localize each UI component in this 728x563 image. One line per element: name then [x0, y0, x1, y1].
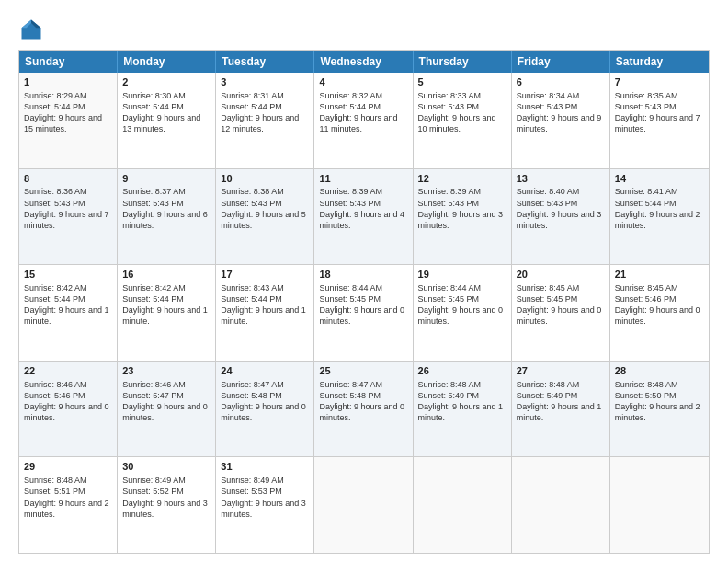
day-number: 20: [517, 268, 605, 282]
calendar-row-3: 15Sunrise: 8:42 AM Sunset: 5:44 PM Dayli…: [19, 265, 709, 362]
calendar-cell: 12Sunrise: 8:39 AM Sunset: 5:43 PM Dayli…: [414, 169, 512, 265]
cell-info: Sunrise: 8:42 AM Sunset: 5:44 PM Dayligh…: [122, 282, 210, 327]
calendar-cell: 5Sunrise: 8:33 AM Sunset: 5:43 PM Daylig…: [414, 73, 512, 168]
calendar-cell: 22Sunrise: 8:46 AM Sunset: 5:46 PM Dayli…: [19, 362, 118, 457]
calendar-cell: 21Sunrise: 8:45 AM Sunset: 5:46 PM Dayli…: [610, 265, 709, 361]
calendar-cell: 2Sunrise: 8:30 AM Sunset: 5:44 PM Daylig…: [118, 73, 216, 168]
day-number: 28: [615, 364, 704, 378]
cell-info: Sunrise: 8:29 AM Sunset: 5:44 PM Dayligh…: [24, 90, 112, 135]
cell-info: Sunrise: 8:40 AM Sunset: 5:43 PM Dayligh…: [517, 186, 605, 231]
day-number: 26: [418, 364, 506, 378]
calendar-cell: 3Sunrise: 8:31 AM Sunset: 5:44 PM Daylig…: [216, 73, 314, 168]
header-day-sunday: Sunday: [19, 51, 118, 73]
cell-info: Sunrise: 8:44 AM Sunset: 5:45 PM Dayligh…: [418, 282, 506, 327]
header-day-thursday: Thursday: [414, 51, 512, 73]
calendar: SundayMondayTuesdayWednesdayThursdayFrid…: [18, 50, 710, 554]
calendar-cell: [610, 457, 709, 553]
header: [18, 17, 710, 42]
calendar-cell: 18Sunrise: 8:44 AM Sunset: 5:45 PM Dayli…: [314, 265, 413, 361]
calendar-cell: 16Sunrise: 8:42 AM Sunset: 5:44 PM Dayli…: [118, 265, 216, 361]
cell-info: Sunrise: 8:39 AM Sunset: 5:43 PM Dayligh…: [418, 186, 506, 231]
cell-info: Sunrise: 8:45 AM Sunset: 5:45 PM Dayligh…: [517, 282, 605, 327]
cell-info: Sunrise: 8:41 AM Sunset: 5:44 PM Dayligh…: [615, 186, 704, 231]
calendar-cell: 31Sunrise: 8:49 AM Sunset: 5:53 PM Dayli…: [216, 457, 314, 553]
calendar-row-1: 1Sunrise: 8:29 AM Sunset: 5:44 PM Daylig…: [19, 73, 709, 169]
logo: [18, 17, 48, 42]
header-day-tuesday: Tuesday: [216, 51, 314, 73]
calendar-cell: [314, 457, 413, 553]
calendar-cell: 14Sunrise: 8:41 AM Sunset: 5:44 PM Dayli…: [610, 169, 709, 265]
logo-icon: [18, 17, 44, 42]
calendar-cell: 6Sunrise: 8:34 AM Sunset: 5:43 PM Daylig…: [512, 73, 610, 168]
calendar-cell: 17Sunrise: 8:43 AM Sunset: 5:44 PM Dayli…: [216, 265, 314, 361]
calendar-cell: [414, 457, 512, 553]
calendar-row-4: 22Sunrise: 8:46 AM Sunset: 5:46 PM Dayli…: [19, 362, 709, 458]
day-number: 24: [221, 364, 309, 378]
cell-info: Sunrise: 8:48 AM Sunset: 5:49 PM Dayligh…: [517, 379, 605, 424]
day-number: 21: [615, 268, 704, 282]
cell-info: Sunrise: 8:47 AM Sunset: 5:48 PM Dayligh…: [221, 379, 309, 424]
header-day-saturday: Saturday: [610, 51, 709, 73]
calendar-cell: 27Sunrise: 8:48 AM Sunset: 5:49 PM Dayli…: [512, 362, 610, 457]
calendar-cell: 25Sunrise: 8:47 AM Sunset: 5:48 PM Dayli…: [314, 362, 413, 457]
cell-info: Sunrise: 8:32 AM Sunset: 5:44 PM Dayligh…: [319, 90, 407, 135]
calendar-cell: 11Sunrise: 8:39 AM Sunset: 5:43 PM Dayli…: [314, 169, 413, 265]
cell-info: Sunrise: 8:49 AM Sunset: 5:52 PM Dayligh…: [122, 475, 210, 520]
day-number: 27: [517, 364, 605, 378]
day-number: 1: [24, 75, 112, 89]
day-number: 5: [418, 75, 506, 89]
calendar-cell: 26Sunrise: 8:48 AM Sunset: 5:49 PM Dayli…: [414, 362, 512, 457]
calendar-cell: 29Sunrise: 8:48 AM Sunset: 5:51 PM Dayli…: [19, 457, 118, 553]
calendar-row-2: 8Sunrise: 8:36 AM Sunset: 5:43 PM Daylig…: [19, 169, 709, 266]
cell-info: Sunrise: 8:30 AM Sunset: 5:44 PM Dayligh…: [122, 90, 210, 135]
day-number: 12: [418, 172, 506, 186]
header-day-monday: Monday: [118, 51, 216, 73]
cell-info: Sunrise: 8:42 AM Sunset: 5:44 PM Dayligh…: [24, 282, 112, 327]
day-number: 18: [319, 268, 407, 282]
calendar-cell: 20Sunrise: 8:45 AM Sunset: 5:45 PM Dayli…: [512, 265, 610, 361]
day-number: 17: [221, 268, 309, 282]
cell-info: Sunrise: 8:33 AM Sunset: 5:43 PM Dayligh…: [418, 90, 506, 135]
cell-info: Sunrise: 8:43 AM Sunset: 5:44 PM Dayligh…: [221, 282, 309, 327]
calendar-cell: 8Sunrise: 8:36 AM Sunset: 5:43 PM Daylig…: [19, 169, 118, 265]
calendar-cell: 1Sunrise: 8:29 AM Sunset: 5:44 PM Daylig…: [19, 73, 118, 168]
day-number: 25: [319, 364, 407, 378]
header-day-wednesday: Wednesday: [314, 51, 413, 73]
page: SundayMondayTuesdayWednesdayThursdayFrid…: [0, 0, 728, 563]
day-number: 9: [122, 172, 210, 186]
cell-info: Sunrise: 8:38 AM Sunset: 5:43 PM Dayligh…: [221, 186, 309, 231]
day-number: 8: [24, 172, 112, 186]
day-number: 23: [122, 364, 210, 378]
calendar-cell: 28Sunrise: 8:48 AM Sunset: 5:50 PM Dayli…: [610, 362, 709, 457]
day-number: 3: [221, 75, 309, 89]
header-day-friday: Friday: [512, 51, 610, 73]
cell-info: Sunrise: 8:47 AM Sunset: 5:48 PM Dayligh…: [319, 379, 407, 424]
day-number: 10: [221, 172, 309, 186]
calendar-cell: 15Sunrise: 8:42 AM Sunset: 5:44 PM Dayli…: [19, 265, 118, 361]
calendar-cell: 10Sunrise: 8:38 AM Sunset: 5:43 PM Dayli…: [216, 169, 314, 265]
cell-info: Sunrise: 8:37 AM Sunset: 5:43 PM Dayligh…: [122, 186, 210, 231]
day-number: 14: [615, 172, 704, 186]
cell-info: Sunrise: 8:34 AM Sunset: 5:43 PM Dayligh…: [517, 90, 605, 135]
day-number: 7: [615, 75, 704, 89]
calendar-cell: 19Sunrise: 8:44 AM Sunset: 5:45 PM Dayli…: [414, 265, 512, 361]
cell-info: Sunrise: 8:48 AM Sunset: 5:49 PM Dayligh…: [418, 379, 506, 424]
calendar-cell: 9Sunrise: 8:37 AM Sunset: 5:43 PM Daylig…: [118, 169, 216, 265]
calendar-row-5: 29Sunrise: 8:48 AM Sunset: 5:51 PM Dayli…: [19, 457, 709, 553]
day-number: 31: [221, 460, 309, 474]
day-number: 30: [122, 460, 210, 474]
calendar-cell: 4Sunrise: 8:32 AM Sunset: 5:44 PM Daylig…: [314, 73, 413, 168]
day-number: 2: [122, 75, 210, 89]
cell-info: Sunrise: 8:49 AM Sunset: 5:53 PM Dayligh…: [221, 475, 309, 520]
day-number: 4: [319, 75, 407, 89]
calendar-cell: 24Sunrise: 8:47 AM Sunset: 5:48 PM Dayli…: [216, 362, 314, 457]
day-number: 22: [24, 364, 112, 378]
cell-info: Sunrise: 8:45 AM Sunset: 5:46 PM Dayligh…: [615, 282, 704, 327]
day-number: 13: [517, 172, 605, 186]
day-number: 15: [24, 268, 112, 282]
calendar-cell: 7Sunrise: 8:35 AM Sunset: 5:43 PM Daylig…: [610, 73, 709, 168]
calendar-cell: 13Sunrise: 8:40 AM Sunset: 5:43 PM Dayli…: [512, 169, 610, 265]
cell-info: Sunrise: 8:46 AM Sunset: 5:47 PM Dayligh…: [122, 379, 210, 424]
calendar-cell: [512, 457, 610, 553]
day-number: 6: [517, 75, 605, 89]
